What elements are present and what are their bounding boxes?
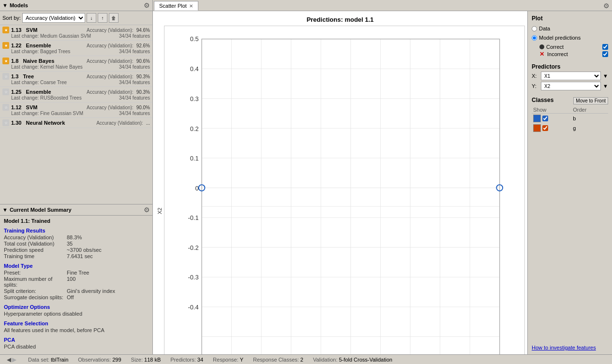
class-b-label: b bbox=[571, 114, 608, 124]
model-detail-row: Last change: Bagged Trees34/34 features bbox=[2, 49, 150, 54]
model-type-title: Model Type bbox=[4, 263, 149, 269]
model-accuracy-label: Accuracy (Validation): bbox=[96, 120, 143, 126]
size-value: 118 kB bbox=[144, 357, 161, 363]
model-item[interactable]: ★ 1.8 Naive Bayes Accuracy (Validation):… bbox=[0, 56, 152, 72]
model-features: 34/34 features bbox=[119, 64, 150, 70]
data-radio[interactable] bbox=[532, 26, 537, 31]
model-features: 34/34 features bbox=[119, 80, 150, 85]
model-detail-row: Last change: Medium Gaussian SVM34/34 fe… bbox=[2, 33, 150, 39]
status-bar: ◀ ▶ Data set: tblTrain Observations: 299… bbox=[0, 354, 612, 364]
sort-select[interactable]: Accuracy (Validation) bbox=[22, 13, 85, 23]
surrogate-row: Surrogate decision splits: Off bbox=[4, 294, 149, 300]
chart-container: Predictions: model 1.1 X2 bbox=[153, 11, 527, 354]
move-to-front-button[interactable]: Move to Front bbox=[573, 97, 608, 104]
model-detail-row: Last change: Kernel Naive Bayes34/34 fea… bbox=[2, 64, 150, 70]
model-item[interactable]: ★ 1.22 Ensemble Accuracy (Validation): 9… bbox=[0, 41, 152, 56]
model-id-name: 1.22 Ensemble bbox=[11, 43, 85, 48]
model-last-change: Last change: Kernel Naive Bayes bbox=[11, 64, 83, 70]
response-value: Y bbox=[240, 357, 243, 363]
preset-row: Preset: Fine Tree bbox=[4, 270, 149, 276]
classes-table: Show Order bbox=[532, 106, 608, 133]
svg-text:-0.1: -0.1 bbox=[188, 214, 198, 221]
validation-status: Validation: 5-fold Cross-Validation bbox=[313, 357, 392, 363]
nav-left-icon[interactable]: ◀ bbox=[7, 356, 11, 363]
model-predictions-radio[interactable] bbox=[532, 35, 537, 41]
class-g-checkbox[interactable] bbox=[542, 125, 548, 131]
model-item[interactable]: ★ 1.13 SVM Accuracy (Validation): 94.6% … bbox=[0, 25, 152, 41]
predictors-label: Predictors: bbox=[170, 357, 196, 363]
observations-label: Observations: bbox=[78, 357, 111, 363]
summary-section: ▼ Current Model Summary ⚙ Model 1.1: Tra… bbox=[0, 204, 152, 354]
model-accuracy-label: Accuracy (Validation): bbox=[87, 28, 134, 33]
data-label: Data bbox=[539, 26, 550, 31]
summary-settings-icon[interactable]: ⚙ bbox=[144, 206, 150, 214]
y-dropdown-icon: ▼ bbox=[603, 83, 608, 89]
chart-body: X2 bbox=[155, 26, 525, 354]
model-star-icon: ★ bbox=[4, 28, 8, 32]
plot-section-title: Plot bbox=[532, 15, 608, 22]
response-status: Response: Y bbox=[213, 357, 243, 363]
response-label: Response: bbox=[213, 357, 239, 363]
model-id-name: 1.3 Tree bbox=[11, 73, 85, 79]
x-predictor-label: X: bbox=[532, 73, 539, 79]
show-column-header: Show bbox=[532, 106, 571, 114]
svg-text:0.1: 0.1 bbox=[190, 155, 199, 162]
model-star-icon: ☆ bbox=[4, 121, 8, 125]
training-results-title: Training Results bbox=[4, 228, 149, 233]
incorrect-label: Incorrect bbox=[546, 51, 600, 57]
correct-dot-icon bbox=[539, 44, 544, 49]
tab-area-settings-icon[interactable]: ⚙ bbox=[603, 2, 610, 10]
class-b-color-box bbox=[533, 115, 541, 122]
nav-right-icon[interactable]: ▶ bbox=[12, 356, 16, 363]
class-b-checkbox[interactable] bbox=[542, 116, 548, 121]
delete-button[interactable]: 🗑 bbox=[109, 13, 119, 23]
feature-title: Feature Selection bbox=[4, 320, 149, 326]
x-predictor-select[interactable]: X1 bbox=[541, 72, 601, 80]
model-predictions-radio-row: Model predictions bbox=[532, 35, 608, 41]
model-item[interactable]: ☆ 1.12 SVM Accuracy (Validation): 90.0% … bbox=[0, 102, 152, 118]
model-id-name: 1.12 SVM bbox=[11, 104, 85, 110]
nav-arrows: ◀ ▶ bbox=[5, 355, 18, 364]
models-scroll[interactable]: ★ 1.13 SVM Accuracy (Validation): 94.6% … bbox=[0, 25, 152, 204]
sort-asc-button[interactable]: ↓ bbox=[87, 13, 96, 23]
class-g-label: g bbox=[571, 123, 608, 133]
tab-close-icon[interactable]: ✕ bbox=[189, 3, 193, 9]
models-settings-icon[interactable]: ⚙ bbox=[144, 1, 150, 9]
model-accuracy-value: 90.3% bbox=[136, 74, 150, 79]
model-accuracy-label: Accuracy (Validation): bbox=[87, 43, 134, 48]
correct-group: Correct ✕ Incorrect bbox=[532, 44, 608, 58]
chart-plot[interactable]: 0.5 0.4 0.3 0.2 0.1 0 -0.1 -0.2 -0.3 -0.… bbox=[164, 26, 525, 354]
model-accuracy-value: 94.6% bbox=[136, 28, 150, 33]
feature-text: All features used in the model, before P… bbox=[4, 327, 149, 333]
incorrect-checkbox[interactable] bbox=[602, 51, 608, 57]
model-icon: ☆ bbox=[2, 88, 9, 95]
summary-collapse-icon[interactable]: ▼ bbox=[2, 207, 8, 213]
right-panel: Plot Data Model predictions Correct bbox=[527, 11, 612, 354]
optimizer-title: Optimizer Options bbox=[4, 304, 149, 310]
class-b-color-group bbox=[533, 115, 570, 122]
response-classes-status: Response Classes: 2 bbox=[253, 357, 303, 363]
models-panel-header: ▼ Models ⚙ bbox=[0, 0, 152, 11]
y-predictor-label: Y: bbox=[532, 83, 539, 89]
split-criterion-row: Split criterion: Gini's diversity index bbox=[4, 288, 149, 294]
model-item[interactable]: ☆ 1.3 Tree Accuracy (Validation): 90.3% … bbox=[0, 72, 152, 87]
tab-scatter-plot[interactable]: Scatter Plot ✕ bbox=[154, 1, 198, 11]
how-to-investigate-link[interactable]: How to investigate features bbox=[532, 340, 608, 350]
observations-status: Observations: 299 bbox=[78, 357, 121, 363]
model-item[interactable]: ☆ 1.30 Neural Network Accuracy (Validati… bbox=[0, 118, 152, 128]
y-predictor-select[interactable]: X2 bbox=[541, 82, 601, 90]
predictors-section: Predictors X: X1 ▼ Y: X2 ▼ bbox=[532, 63, 608, 92]
model-item[interactable]: ☆ 1.25 Ensemble Accuracy (Validation): 9… bbox=[0, 87, 152, 102]
model-features: 34/34 features bbox=[119, 33, 150, 39]
size-status: Size: 118 kB bbox=[131, 357, 161, 363]
model-accuracy-label: Accuracy (Validation): bbox=[87, 89, 134, 95]
dataset-value: tblTrain bbox=[51, 357, 68, 363]
size-label: Size: bbox=[131, 357, 143, 363]
predictors-title: Predictors bbox=[532, 63, 608, 70]
correct-checkbox[interactable] bbox=[602, 44, 608, 50]
model-accuracy-value: 90.6% bbox=[136, 58, 150, 64]
models-collapse-icon[interactable]: ▼ bbox=[2, 2, 8, 8]
sort-desc-button[interactable]: ↑ bbox=[98, 13, 107, 23]
model-accuracy-value: 92.6% bbox=[136, 43, 150, 48]
total-cost-row: Total cost (Validation) 35 bbox=[4, 241, 149, 247]
